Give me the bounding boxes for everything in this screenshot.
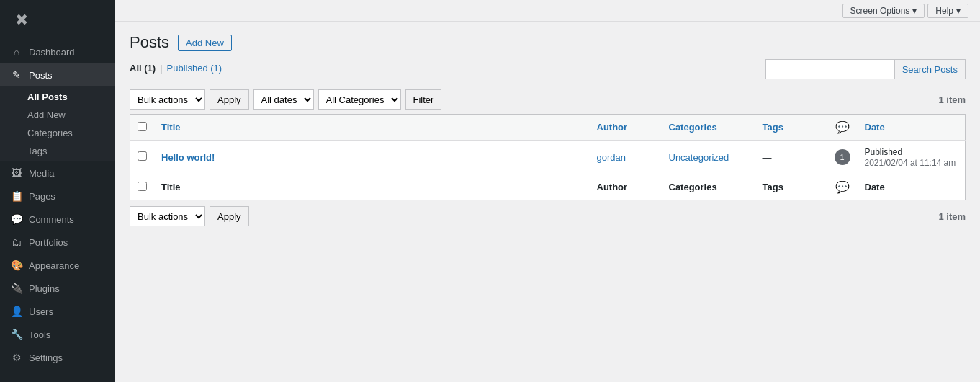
comment-bubble-footer-icon: 💬	[835, 181, 850, 193]
row-checkbox-cell	[130, 141, 155, 174]
search-posts-input[interactable]	[765, 59, 895, 79]
author-footer-header: Author	[590, 174, 662, 200]
sidebar-sub-categories[interactable]: Categories	[0, 124, 115, 142]
category-link[interactable]: Uncategorized	[669, 152, 729, 163]
comments-column-header: 💬	[827, 115, 858, 141]
post-title-link[interactable]: Hello world!	[161, 152, 215, 163]
date-status: Published	[865, 147, 903, 157]
row-category-cell: Uncategorized	[662, 141, 755, 174]
title-footer-header[interactable]: Title	[154, 174, 590, 200]
users-icon: 👤	[10, 306, 23, 317]
add-new-button[interactable]: Add New	[178, 35, 232, 51]
posts-table: Title Author Categories Tags 💬 Date Hell…	[130, 114, 966, 200]
select-all-footer-checkbox[interactable]	[138, 182, 147, 191]
sidebar-item-label: Settings	[29, 352, 63, 363]
apply-bottom-button[interactable]: Apply	[210, 206, 249, 226]
sidebar-item-label: Appearance	[29, 260, 79, 271]
table-footer-row: Title Author Categories Tags 💬 Date	[130, 174, 966, 200]
tools-icon: 🔧	[10, 329, 23, 340]
page-title: Posts	[130, 33, 169, 52]
search-posts-button[interactable]: Search Posts	[895, 59, 966, 79]
portfolios-icon: 🗂	[10, 236, 23, 248]
apply-top-button[interactable]: Apply	[210, 89, 249, 110]
topbar: Screen Options ▾ Help ▾	[115, 0, 980, 22]
all-dates-select[interactable]: All dates	[253, 89, 314, 110]
comment-count-bubble[interactable]: 1	[835, 149, 850, 165]
page-header: Posts Add New	[130, 33, 966, 52]
help-button[interactable]: Help ▾	[927, 4, 968, 18]
row-author-cell: gordan	[590, 141, 662, 174]
author-link[interactable]: gordan	[597, 152, 626, 163]
sidebar-item-pages[interactable]: 📋 Pages	[0, 185, 115, 208]
chevron-down-icon: ▾	[956, 6, 961, 16]
categories-column-header: Categories	[662, 115, 755, 141]
main-area: Screen Options ▾ Help ▾ Posts Add New Al…	[115, 0, 980, 382]
sidebar-item-tools[interactable]: 🔧 Tools	[0, 323, 115, 346]
content-area: Posts Add New All (1) | Published (1) Se…	[115, 22, 980, 382]
tab-all[interactable]: All (1)	[130, 63, 156, 74]
row-comment-cell: 1	[827, 141, 858, 174]
plugins-icon: 🔌	[10, 283, 23, 294]
tab-published[interactable]: Published (1)	[167, 63, 222, 74]
all-categories-select[interactable]: All Categories	[318, 89, 401, 110]
posts-submenu: All Posts Add New Categories Tags	[0, 86, 115, 161]
chevron-down-icon: ▾	[912, 6, 917, 16]
sidebar-logo: ✖	[0, 0, 115, 40]
media-icon: 🖼	[10, 167, 23, 179]
row-checkbox[interactable]	[138, 151, 147, 161]
sidebar-item-posts[interactable]: ✎ Posts	[0, 63, 115, 86]
item-count-top: 1 item	[938, 94, 966, 105]
appearance-icon: 🎨	[10, 259, 23, 271]
toolbar-bottom: Bulk actions Apply 1 item	[130, 206, 966, 226]
tags-footer-header: Tags	[755, 174, 827, 200]
sidebar-sub-all-posts[interactable]: All Posts	[0, 88, 115, 106]
sidebar-item-label: Posts	[29, 70, 53, 81]
tags-value: —	[763, 152, 772, 163]
sidebar-item-comments[interactable]: 💬 Comments	[0, 208, 115, 231]
sidebar-sub-add-new[interactable]: Add New	[0, 106, 115, 124]
sidebar-item-dashboard[interactable]: ⌂ Dashboard	[0, 40, 115, 63]
sidebar-item-label: Tools	[29, 329, 50, 340]
sidebar-item-portfolios[interactable]: 🗂 Portfolios	[0, 231, 115, 254]
bulk-actions-top-select[interactable]: Bulk actions	[130, 89, 205, 110]
item-count-bottom: 1 item	[938, 211, 966, 222]
select-all-checkbox[interactable]	[138, 122, 147, 131]
sidebar-item-label: Users	[29, 306, 53, 317]
comments-icon: 💬	[10, 213, 23, 225]
dashboard-icon: ⌂	[10, 46, 23, 58]
sidebar-sub-tags[interactable]: Tags	[0, 142, 115, 160]
sidebar-item-appearance[interactable]: 🎨 Appearance	[0, 254, 115, 277]
date-footer-header: Date	[858, 174, 966, 200]
screen-options-button[interactable]: Screen Options ▾	[842, 4, 925, 18]
filter-button[interactable]: Filter	[405, 89, 442, 110]
select-all-footer	[130, 174, 155, 200]
sidebar-item-label: Portfolios	[29, 237, 68, 248]
tab-all-count: (1)	[144, 63, 156, 74]
toolbar-top: Bulk actions Apply All dates All Categor…	[130, 89, 966, 110]
sidebar-item-label: Comments	[29, 214, 74, 225]
date-column-header[interactable]: Date	[858, 115, 966, 141]
sidebar-item-label: Pages	[29, 191, 55, 202]
author-column-header: Author	[590, 115, 662, 141]
bulk-actions-bottom-select[interactable]: Bulk actions	[130, 206, 205, 226]
sidebar-item-media[interactable]: 🖼 Media	[0, 161, 115, 185]
date-value: 2021/02/04 at 11:14 am	[865, 158, 956, 168]
categories-footer-header: Categories	[662, 174, 755, 200]
sidebar: ✖ ⌂ Dashboard ✎ Posts All Posts Add New …	[0, 0, 115, 382]
row-title-cell: Hello world!	[154, 141, 590, 174]
sidebar-item-label: Plugins	[29, 283, 60, 294]
sidebar-item-settings[interactable]: ⚙ Settings	[0, 346, 115, 369]
title-column-header[interactable]: Title	[154, 115, 590, 141]
sidebar-item-users[interactable]: 👤 Users	[0, 300, 115, 323]
posts-list: Hello world! gordan Uncategorized — 1 Pu…	[130, 141, 966, 174]
sidebar-item-plugins[interactable]: 🔌 Plugins	[0, 277, 115, 300]
tab-published-count: (1)	[210, 63, 222, 74]
pages-icon: 📋	[10, 190, 23, 202]
row-date-cell: Published 2021/02/04 at 11:14 am	[858, 141, 966, 174]
table-row: Hello world! gordan Uncategorized — 1 Pu…	[130, 141, 966, 174]
search-area: Search Posts	[765, 59, 966, 79]
posts-icon: ✎	[10, 69, 23, 81]
comments-footer-header: 💬	[827, 174, 858, 200]
row-tags-cell: —	[755, 141, 827, 174]
sidebar-item-label: Dashboard	[29, 47, 75, 58]
